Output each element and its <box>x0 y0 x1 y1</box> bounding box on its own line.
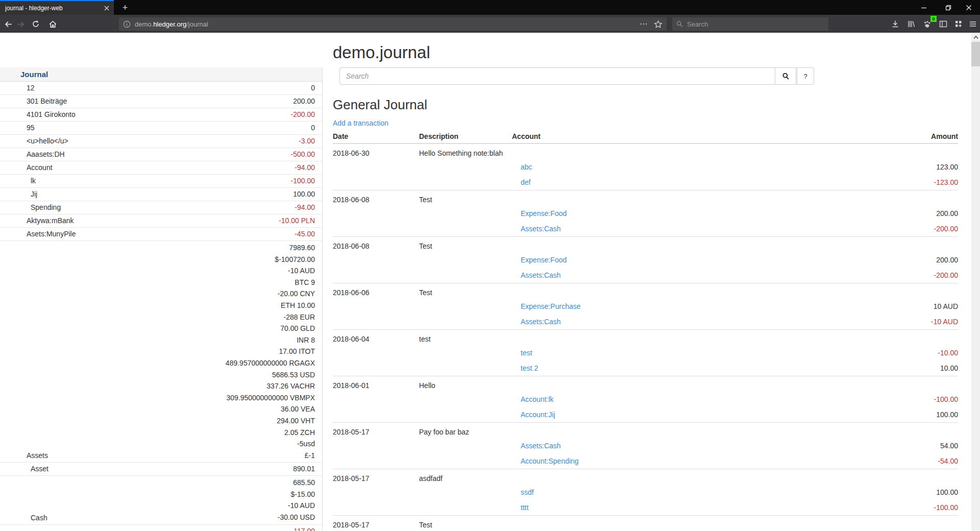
extension-button[interactable]: 0 <box>921 18 933 30</box>
posting-account-link[interactable]: test <box>521 349 532 357</box>
account-name[interactable]: lk <box>0 176 36 186</box>
site-info-icon[interactable] <box>123 20 131 28</box>
menu-button[interactable] <box>967 18 979 30</box>
navigation-bar: demo.hledger.org/journal 0 <box>0 15 980 33</box>
transaction-row: 2018-06-04 test test -10.00 test 2 10.00 <box>333 330 958 376</box>
restore-icon <box>945 5 951 11</box>
main-panel: demo.journal ? General Journal Add a tra… <box>333 33 958 531</box>
posting-amount: 10 AUD <box>934 302 958 310</box>
scroll-up-icon[interactable] <box>971 34 980 41</box>
account-name[interactable]: Aaasets:DH <box>0 149 65 160</box>
transaction-head: 2018-06-01 Hello <box>333 379 958 392</box>
reload-button[interactable] <box>29 17 42 31</box>
search-icon <box>676 20 683 28</box>
posting-account-link[interactable]: Expense:Food <box>521 256 567 264</box>
sidebar-toggle-button[interactable] <box>937 18 949 30</box>
posting-row: def -123.00 <box>333 175 958 190</box>
journal-link[interactable]: Journal <box>20 70 48 79</box>
transaction-row: 2018-05-17 asdfadf ssdf 100.00 tttt -100… <box>333 469 958 516</box>
account-name[interactable]: 4101 Girokonto <box>0 109 76 120</box>
account-row: Spending -94.00 <box>0 201 322 214</box>
sidebar-header: Journal <box>0 67 322 82</box>
posting-account-link[interactable]: tttt <box>521 503 529 512</box>
posting-account-link[interactable]: Assets:Cash <box>521 318 561 326</box>
account-row: Assets 7989.60$-100720.00-10 AUDBTC 9-20… <box>0 241 322 463</box>
posting-account-link[interactable]: Assets:Cash <box>521 225 561 233</box>
posting-account-link[interactable]: Account:Spending <box>521 457 579 465</box>
posting-amount: -200.00 <box>934 271 958 279</box>
downloads-button[interactable] <box>889 18 901 30</box>
transaction-date: 2018-06-06 <box>333 288 419 297</box>
account-balance: 200.00 <box>293 96 315 107</box>
transaction-description: Test <box>419 288 432 297</box>
posting-account-link[interactable]: test 2 <box>521 364 538 372</box>
account-name[interactable]: Aktywa:mBank <box>0 215 74 226</box>
new-tab-button[interactable]: + <box>118 2 132 14</box>
tab-close-icon[interactable] <box>104 5 110 11</box>
page-scrollbar[interactable] <box>971 33 980 531</box>
transaction-description: Pay foo bar baz <box>419 428 469 436</box>
posting-row: Assets:Cash -10 AUD <box>333 314 958 329</box>
account-name[interactable]: Cash <box>0 513 47 523</box>
account-name[interactable]: 301 Beiträge <box>0 96 67 107</box>
transaction-row: 2018-06-08 Test Expense:Food 200.00 Asse… <box>333 237 958 283</box>
posting-account-link[interactable]: def <box>521 178 530 186</box>
posting-row: Expense:Food 200.00 <box>333 206 958 221</box>
add-transaction-link[interactable]: Add a transaction <box>333 119 388 127</box>
account-name[interactable]: Account <box>0 162 53 173</box>
posting-account-link[interactable]: Assets:Cash <box>521 442 561 450</box>
account-name[interactable]: Spending <box>0 202 61 213</box>
transaction-description: test <box>419 335 431 343</box>
transaction-date: 2018-06-01 <box>333 381 419 390</box>
search-input[interactable] <box>339 67 775 85</box>
posting-amount: 100.00 <box>936 411 958 419</box>
posting-account-link[interactable]: Expense:Food <box>521 209 567 218</box>
posting-account-link[interactable]: Account:Jij <box>521 411 555 419</box>
search-button[interactable] <box>775 67 796 85</box>
posting-row: test 2 10.00 <box>333 360 958 376</box>
account-name[interactable]: 95 <box>0 123 35 133</box>
posting-amount: 200.00 <box>936 256 958 264</box>
account-balance: -200.00 <box>291 109 315 120</box>
minimize-button[interactable] <box>913 0 935 15</box>
posting-row: Account:lk -100.00 <box>333 392 958 407</box>
window-close-button[interactable] <box>958 0 980 15</box>
library-button[interactable] <box>905 18 917 30</box>
account-name[interactable]: Asset <box>0 464 48 474</box>
browser-chrome: journal - hledger-web + demo.hledger.org… <box>0 0 980 33</box>
account-balance: -45.00 <box>295 229 315 239</box>
tab-bar: journal - hledger-web + <box>0 0 980 15</box>
account-row: Cash 685.50$-15.00-10 AUD-30.00 USD <box>0 476 322 524</box>
posting-account-link[interactable]: Account:lk <box>521 395 554 403</box>
posting-account-link[interactable]: Expense:Purchase <box>521 302 581 310</box>
account-name[interactable]: 12 <box>0 83 35 93</box>
posting-row: Assets:Cash 54.00 <box>333 438 958 453</box>
posting-account-link[interactable]: Assets:Cash <box>521 271 561 279</box>
posting-amount: -123.00 <box>934 178 958 186</box>
extension-badge: 0 <box>930 16 937 22</box>
download-icon <box>891 20 899 28</box>
browser-tab[interactable]: journal - hledger-web <box>0 0 114 15</box>
posting-account-link[interactable]: ssdf <box>521 488 534 496</box>
url-bar[interactable]: demo.hledger.org/journal <box>119 17 667 31</box>
account-name[interactable]: Assets <box>0 450 48 461</box>
posting-account-link[interactable]: abc <box>521 163 532 171</box>
bookmark-star-icon[interactable] <box>654 20 663 29</box>
apps-grid-button[interactable] <box>952 18 965 30</box>
account-name[interactable]: Asets:MunyPile <box>0 229 76 239</box>
back-button[interactable] <box>2 17 15 31</box>
browser-search-input[interactable] <box>687 20 824 28</box>
restore-button[interactable] <box>937 0 960 15</box>
posting-amount: -100.00 <box>934 395 958 403</box>
help-button[interactable]: ? <box>797 67 814 85</box>
browser-search-field[interactable] <box>672 17 828 31</box>
home-button[interactable] <box>46 17 59 31</box>
forward-button[interactable] <box>14 17 27 31</box>
account-row: 4101 Girokonto -200.00 <box>0 108 322 122</box>
page-content: Journal 12 0 301 Beiträge 200.00 4101 Gi… <box>0 33 980 531</box>
page-actions-icon[interactable] <box>640 20 648 28</box>
scrollbar-thumb[interactable] <box>971 42 980 66</box>
account-name[interactable]: Jij <box>0 189 37 200</box>
account-name[interactable]: <u>hello</u> <box>0 136 68 147</box>
transaction-head: 2018-05-17 Pay foo bar baz <box>333 426 958 438</box>
